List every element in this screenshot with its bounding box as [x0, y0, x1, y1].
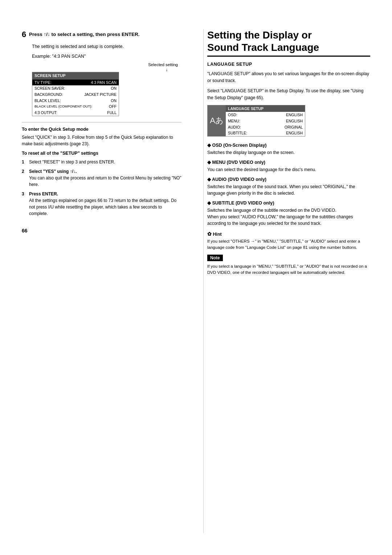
note-box: Note If you select a language in "MENU,"…	[207, 255, 370, 276]
page-number: 66	[22, 228, 181, 234]
step6-title: Press ↑/↓ to select a setting, then pres…	[29, 32, 140, 37]
step-number: 6	[22, 30, 26, 39]
arrow-down-indicator: ↓	[32, 68, 168, 72]
row-label-screensaver: SCREEN SAVER:	[34, 86, 111, 91]
setup-row-blacklevel-comp: BLACK LEVEL (COMPONENT OUT): OFF	[32, 104, 119, 110]
row-label-blacklevel: BLACK LEVEL:	[34, 98, 111, 104]
row-label-43output: 4:3 OUTPUT:	[34, 110, 107, 116]
note-label: Note	[207, 255, 223, 261]
divider	[22, 122, 181, 122]
lang-label-osd: OSD:	[228, 112, 237, 118]
selected-setting-label: Selected setting	[32, 62, 178, 67]
lang-value-osd: ENGLISH	[286, 112, 303, 118]
row-label-tvtype: TV TYPE:	[34, 80, 91, 85]
reset-step-1: 1 Select "RESET" in step 3 and press ENT…	[22, 159, 181, 165]
lang-value-menu: ENGLISH	[286, 118, 303, 124]
step6-body1: The setting is selected and setup is com…	[32, 43, 181, 50]
reset-step2-content: Select "YES" using ↑/↓. You can also qui…	[29, 168, 181, 188]
setup-row-43output: 4:3 OUTPUT: FULL	[32, 110, 119, 116]
right-title: Setting the Display or Sound Track Langu…	[207, 29, 370, 57]
lang-row-audio: AUDIO: ORIGINAL	[226, 124, 305, 130]
row-label-background: BACKGROUND:	[34, 92, 84, 97]
title-line2: Sound Track Language	[207, 42, 319, 53]
note-body: If you select a language in "MENU," "SUB…	[207, 263, 370, 276]
reset-step3-bold: Press ENTER.	[29, 191, 181, 197]
feature-menu-heading: MENU (DVD VIDEO only)	[207, 159, 370, 165]
row-value-blacklevel-comp: OFF	[109, 104, 117, 109]
lang-table-header: LANGUAGE SETUP	[226, 105, 305, 112]
screen-setup-header: SCREEN SETUP	[32, 72, 119, 79]
screen-setup-box: SCREEN SETUP TV TYPE: 4:3 PAN SCAN SCREE…	[32, 72, 119, 116]
row-value-blacklevel: ON	[111, 98, 117, 104]
reset-step-2: 2 Select "YES" using ↑/↓. You can also q…	[22, 168, 181, 188]
reset-step2-bold: Select "YES" using ↑/↓.	[29, 168, 181, 175]
step6-body2: Example: "4:3 PAN SCAN"	[32, 53, 181, 60]
reset-step2-normal: You can also quit the process and return…	[29, 175, 181, 188]
lang-label-subtitle: SUBTITLE:	[228, 130, 247, 136]
reset-step3-num: 3	[22, 191, 27, 217]
lang-value-subtitle: ENGLISH	[286, 130, 303, 136]
row-value-43output: FULL	[107, 110, 117, 116]
lang-label-audio: AUDIO:	[228, 125, 241, 130]
language-setup-label: LANGUAGE SETUP	[207, 62, 370, 67]
row-value-screensaver: ON	[111, 86, 117, 91]
lang-setup-table: LANGUAGE SETUP OSD: ENGLISH MENU: ENGLIS…	[226, 105, 305, 136]
hint-heading: ✿ Hint	[207, 231, 370, 237]
feature-menu: MENU (DVD VIDEO only) You can select the…	[207, 159, 370, 173]
reset-heading: To reset all of the "SETUP" settings	[22, 151, 181, 156]
hint-section: ✿ Hint If you select "OTHERS →" in "MENU…	[207, 231, 370, 251]
reset-step1-num: 1	[22, 159, 27, 165]
setup-row-background: BACKGROUND: JACKET PICTURE	[32, 92, 119, 98]
reset-step1-content: Select "RESET" in step 3 and press ENTER…	[29, 159, 181, 165]
feature-osd-heading: OSD (On-Screen Display)	[207, 142, 370, 148]
right-column: Setting the Display or Sound Track Langu…	[203, 29, 370, 533]
reset-step-3: 3 Press ENTER. All the settings explaine…	[22, 191, 181, 217]
lang-setup-display: Aあ LANGUAGE SETUP OSD: ENGLISH MENU: ENG…	[207, 105, 305, 137]
row-value-background: JACKET PICTURE	[84, 92, 117, 97]
feature-menu-body: You can select the desired language for …	[207, 166, 370, 173]
feature-audio-body: Switches the language of the sound track…	[207, 183, 370, 197]
feature-audio: AUDIO (DVD VIDEO only) Switches the lang…	[207, 177, 370, 197]
page-container: 6 Press ↑/↓ to select a setting, then pr…	[0, 0, 392, 555]
feature-subtitle-body: Switches the language of the subtitle re…	[207, 207, 370, 227]
reset-step3-normal: All the settings explained on pages 66 t…	[29, 197, 181, 217]
title-line1: Setting the Display or	[207, 29, 312, 41]
screen-setup-container: Selected setting ↓ SCREEN SETUP TV TYPE:…	[32, 62, 181, 116]
hint-icon: ✿	[207, 231, 212, 237]
setup-row-screensaver: SCREEN SAVER: ON	[32, 85, 119, 92]
lang-icon-text: Aあ	[210, 115, 224, 126]
lang-label-menu: MENU:	[228, 118, 240, 124]
lang-row-osd: OSD: ENGLISH	[226, 112, 305, 118]
row-value-tvtype: 4:3 PAN SCAN	[91, 80, 117, 85]
right-intro2: Select "LANGUAGE SETUP" in the Setup Dis…	[207, 88, 370, 101]
reset-step2-num: 2	[22, 168, 27, 188]
quick-setup-body: Select "QUICK" in step 3. Follow from st…	[22, 134, 181, 147]
feature-subtitle: SUBTITLE (DVD VIDEO only) Switches the l…	[207, 200, 370, 227]
right-intro1: "LANGUAGE SETUP" allows you to set vario…	[207, 70, 370, 84]
setup-row-tvtype: TV TYPE: 4:3 PAN SCAN	[32, 80, 119, 86]
feature-osd: OSD (On-Screen Display) Switches the dis…	[207, 142, 370, 156]
lang-value-audio: ORIGINAL	[285, 125, 303, 130]
left-column: 6 Press ↑/↓ to select a setting, then pr…	[22, 29, 189, 533]
quick-setup-heading: To enter the Quick Setup mode	[22, 127, 181, 132]
setup-row-blacklevel: BLACK LEVEL: ON	[32, 98, 119, 104]
lang-row-subtitle: SUBTITLE: ENGLISH	[226, 130, 305, 136]
feature-audio-heading: AUDIO (DVD VIDEO only)	[207, 177, 370, 182]
feature-subtitle-heading: SUBTITLE (DVD VIDEO only)	[207, 200, 370, 206]
lang-row-menu: MENU: ENGLISH	[226, 118, 305, 124]
row-label-blacklevel-comp: BLACK LEVEL (COMPONENT OUT):	[34, 104, 109, 109]
lang-setup-icon: Aあ	[208, 105, 226, 136]
feature-osd-body: Switches the display language on the scr…	[207, 149, 370, 156]
hint-body: If you select "OTHERS →" in "MENU," "SUB…	[207, 238, 370, 251]
step6-heading: 6 Press ↑/↓ to select a setting, then pr…	[22, 29, 181, 40]
reset-step3-content: Press ENTER. All the settings explained …	[29, 191, 181, 217]
